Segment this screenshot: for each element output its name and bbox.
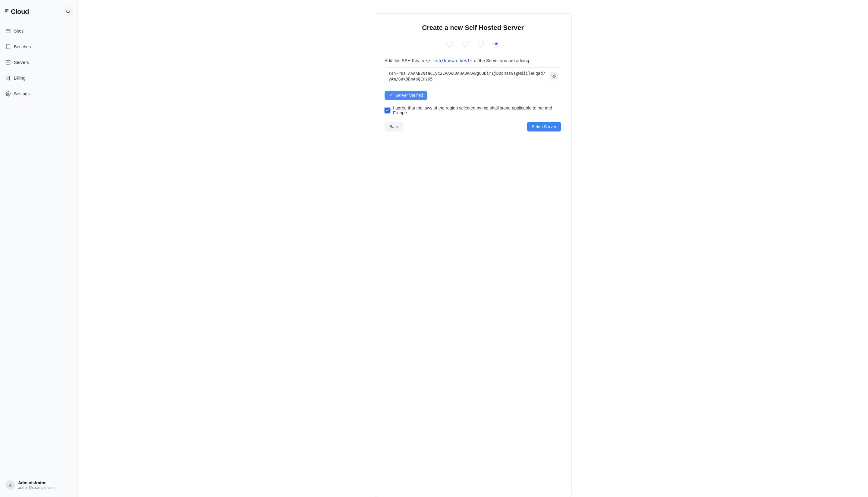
nav-label: Servers: [14, 60, 29, 65]
building-icon: [5, 44, 11, 49]
instruction-prefix: Add this SSH Key to: [385, 58, 425, 63]
nav-label: Benches: [14, 44, 31, 49]
step-4[interactable]: [494, 41, 499, 47]
check-icon: [385, 108, 389, 113]
user-name: Administrator: [18, 480, 55, 486]
copy-button[interactable]: [549, 72, 558, 81]
svg-rect-6: [6, 45, 10, 49]
svg-point-19: [8, 93, 9, 95]
server-verified-button[interactable]: Server Verified: [385, 91, 427, 100]
avatar-initial: A: [9, 483, 12, 488]
svg-rect-13: [6, 61, 10, 62]
back-button[interactable]: Back: [385, 122, 403, 131]
user-email: admin@example.com: [18, 485, 55, 491]
sidebar: Cloud Sites Benches Servers: [0, 0, 78, 497]
sidebar-header: Cloud: [4, 4, 73, 18]
copy-icon: [551, 74, 556, 79]
step-1[interactable]: [446, 41, 452, 47]
ssh-instruction: Add this SSH Key to ~/.ssh/known_hosts o…: [385, 58, 561, 63]
nav-label: Billing: [14, 76, 26, 81]
svg-rect-1: [5, 11, 7, 12]
avatar: A: [5, 480, 15, 490]
nav-item-benches[interactable]: Benches: [4, 41, 73, 53]
browser-icon: [5, 28, 11, 34]
ssh-key-box: ssh-rsa AAAAB3NzaC1yc2EAAAADAQABAAABgQDD…: [385, 67, 561, 85]
check-icon: [389, 93, 393, 98]
ssh-key-text: ssh-rsa AAAAB3NzaC1yc2EAAAADAQABAAABgQDD…: [388, 71, 545, 82]
nav-list: Sites Benches Servers Billing Settings: [4, 25, 73, 102]
stepper: [385, 41, 561, 47]
nav-item-sites[interactable]: Sites: [4, 25, 73, 37]
svg-rect-0: [5, 9, 9, 11]
main-content: Create a new Self Hosted Server Add this…: [78, 0, 868, 497]
svg-rect-14: [6, 63, 10, 65]
agree-text: I agree that the laws of the region sele…: [393, 105, 561, 115]
page-title: Create a new Self Hosted Server: [385, 24, 561, 32]
instruction-suffix: of the Server you are adding: [473, 58, 529, 63]
svg-rect-20: [553, 75, 555, 77]
step-2[interactable]: [462, 41, 468, 47]
agree-row: I agree that the laws of the region sele…: [385, 105, 561, 115]
instruction-path: ~/.ssh/known_hosts: [425, 58, 473, 63]
gear-icon: [5, 91, 11, 97]
actions-row: Back Setup Server: [385, 122, 561, 131]
logo-icon: [5, 9, 9, 14]
svg-line-3: [69, 12, 70, 13]
nav-label: Settings: [14, 91, 30, 96]
receipt-icon: [5, 75, 11, 81]
search-button[interactable]: [63, 7, 73, 16]
verified-label: Server Verified: [395, 93, 423, 98]
search-icon: [66, 9, 71, 15]
svg-rect-4: [6, 29, 10, 33]
nav-label: Sites: [14, 29, 24, 33]
agree-checkbox[interactable]: [385, 108, 390, 113]
nav-item-settings[interactable]: Settings: [4, 88, 73, 100]
user-block[interactable]: A Administrator admin@example.com: [4, 479, 73, 493]
user-info: Administrator admin@example.com: [18, 480, 55, 491]
server-icon: [5, 60, 11, 65]
create-server-card: Create a new Self Hosted Server Add this…: [374, 13, 572, 497]
logo[interactable]: Cloud: [5, 8, 29, 16]
nav-item-servers[interactable]: Servers: [4, 57, 73, 68]
setup-server-button[interactable]: Setup Server: [527, 122, 561, 131]
nav-item-billing[interactable]: Billing: [4, 72, 73, 84]
step-3[interactable]: [478, 41, 484, 47]
brand-name: Cloud: [11, 8, 29, 16]
